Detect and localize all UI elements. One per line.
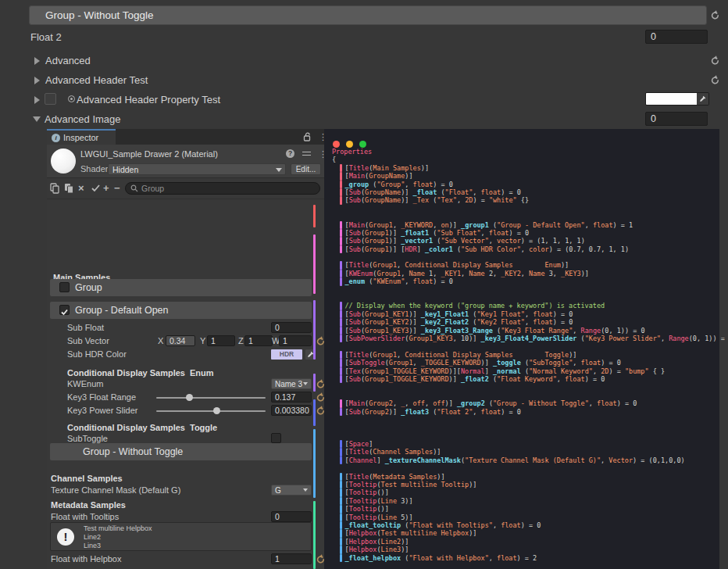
revert-icon[interactable] [710, 74, 721, 85]
hdr-color-swatch[interactable]: HDR [271, 349, 302, 360]
foldout-row-advanced-image[interactable]: Advanced Image 0 [0, 112, 728, 127]
code-group-bar [340, 546, 342, 553]
code-group-bar-empty [340, 286, 342, 294]
group-header-label: Group [75, 282, 102, 293]
revert-icon[interactable] [316, 335, 324, 345]
search-input[interactable]: Group [125, 182, 320, 195]
code-group-bar-empty [340, 464, 342, 472]
code-line: _float_tooltip ("Float with Tooltips", f… [332, 521, 728, 529]
code-line: Properties [332, 148, 728, 156]
add-icon[interactable]: + [103, 183, 109, 193]
presets-icon[interactable] [302, 150, 311, 158]
property-label: Texture Channel Mask (Default G) [51, 485, 180, 495]
info-icon: i [52, 134, 60, 142]
slider-handle[interactable] [186, 394, 193, 401]
material-preview-sphere[interactable] [51, 149, 76, 174]
vector-field-x[interactable]: 0.34 [166, 335, 195, 346]
value-field[interactable]: 0 [271, 511, 312, 522]
lock-icon[interactable] [303, 132, 312, 141]
lwgui-toolbar: × + − Group [47, 178, 324, 199]
code-group-bar [340, 538, 342, 546]
revert-icon[interactable] [710, 55, 721, 66]
group-header-group[interactable]: Group [50, 279, 312, 296]
close-window-icon[interactable] [333, 141, 340, 148]
advanced-image-value-field[interactable]: 0 [645, 112, 708, 126]
material-menu-icon[interactable]: ⋮ [319, 150, 324, 158]
value-field[interactable]: 0 [271, 322, 312, 333]
row-key3-power-slider: Key3 Power Slider0.003380 [47, 405, 324, 417]
code-line: [Main(Group2, _, off, off)] _group2 ("Gr… [332, 399, 728, 407]
property-label: KWEnum [67, 379, 103, 388]
property-checkbox[interactable] [45, 93, 56, 105]
shader-dropdown[interactable]: Hidden [108, 163, 286, 175]
revert-icon[interactable] [316, 553, 324, 564]
group-header-label: Group - Default Open [75, 305, 169, 316]
remove-icon[interactable]: − [114, 183, 120, 193]
foldout-arrow-icon[interactable] [34, 96, 40, 104]
row-sub-vector: Sub VectorX0.34Y1Z1W1 [47, 335, 324, 348]
tab-menu-icon[interactable]: ⋮ [319, 133, 324, 141]
value-field[interactable]: 1 [271, 553, 312, 564]
help-icon[interactable]: ? [286, 149, 294, 158]
code-group-bar [340, 488, 342, 496]
color-field[interactable] [645, 92, 709, 106]
axis-label-y: Y [200, 336, 205, 345]
revert-icon[interactable] [316, 392, 324, 402]
copy-icon[interactable] [50, 183, 60, 194]
group-header-without-toggle[interactable]: Group - Without Toggle [29, 5, 707, 25]
code-line: [Sub(Group1)] _vector1 ("Sub Vector", ve… [332, 237, 728, 245]
code-group-bar [340, 229, 342, 237]
code-group-bar [340, 245, 342, 253]
foldout-row-advanced[interactable]: Advanced [0, 53, 728, 69]
slider-track[interactable] [156, 410, 266, 412]
code-group-bar [340, 335, 342, 342]
vector-field-y[interactable]: 1 [207, 335, 235, 346]
code-line [332, 464, 728, 472]
eyedropper-icon[interactable] [697, 93, 708, 105]
revert-icon[interactable] [316, 405, 324, 415]
property-label: Sub Float [67, 323, 104, 332]
value-field[interactable]: 0.003380 [271, 405, 312, 416]
chevron-down-icon [303, 382, 308, 385]
object-picker-icon[interactable] [68, 95, 75, 102]
foldout-arrow-icon[interactable] [34, 57, 40, 65]
vector-field-z[interactable]: 1 [244, 335, 273, 346]
vector-field-w[interactable]: 1 [279, 335, 312, 346]
foldout-label: Advanced Header Test [45, 74, 148, 86]
unity-material-inspector-page: Group - Without Toggle Float 2 0 Advance… [0, 0, 728, 569]
group-header-group-default-open[interactable]: Group - Default Open [50, 302, 312, 319]
minimize-window-icon[interactable] [346, 141, 353, 148]
code-group-bar [340, 164, 342, 172]
edit-shader-button[interactable]: Edit... [291, 163, 321, 175]
code-group-bar [340, 473, 342, 481]
code-group-bar-empty [340, 392, 342, 399]
row-key3-float-range: Key3 Float Range0.137 [47, 392, 324, 404]
code-group-bar [340, 172, 342, 180]
float2-value-field[interactable]: 0 [645, 30, 708, 44]
checkbox-unchecked[interactable] [271, 433, 281, 443]
slider-handle[interactable] [213, 407, 220, 414]
paste-icon[interactable] [64, 183, 74, 194]
dropdown-texture-channel-mask-default-g[interactable]: G [271, 485, 312, 496]
code-group-bar [340, 327, 342, 335]
collapse-all-icon[interactable]: × [78, 183, 84, 193]
group-header-group-without-toggle[interactable]: Group - Without Toggle [50, 443, 312, 460]
value-field[interactable]: 0.137 [271, 392, 312, 403]
tab-inspector[interactable]: i Inspector [47, 129, 116, 145]
checkbox-checked[interactable] [59, 305, 70, 315]
foldout-arrow-icon[interactable] [34, 77, 40, 84]
dropdown-kwenum[interactable]: Name 3 [271, 378, 312, 389]
revert-icon[interactable] [710, 9, 721, 20]
color-swatch-white[interactable] [646, 93, 697, 105]
slider-track[interactable] [156, 397, 266, 399]
code-line [332, 424, 728, 431]
warning-icon: ! [57, 528, 74, 546]
chevron-down-icon [303, 488, 308, 492]
revert-icon[interactable] [316, 378, 324, 388]
foldout-arrow-icon[interactable] [33, 116, 41, 122]
foldout-row-advanced-header-test[interactable]: Advanced Header Test [0, 73, 728, 88]
maximize-window-icon[interactable] [359, 141, 366, 148]
checkbox-unchecked[interactable] [59, 282, 70, 292]
code-line: _float_helpbox ("Float with Helpbox", fl… [332, 554, 728, 562]
checkmark-icon[interactable] [91, 183, 101, 193]
